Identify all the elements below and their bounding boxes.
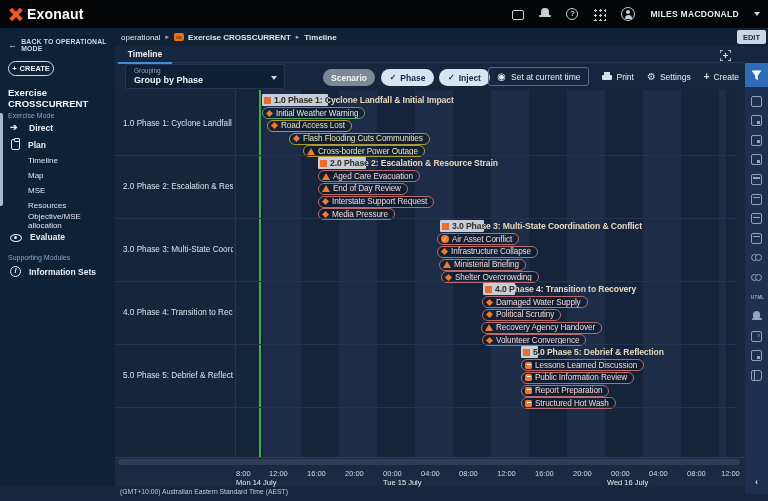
axis-tick-label: 00:00 (383, 469, 402, 478)
rail-collapse-button[interactable]: ‹ (745, 471, 768, 494)
settings-button[interactable]: ⚙ Settings (647, 72, 691, 82)
set-at-current-time-button[interactable]: ◉ Set at current time (488, 67, 589, 86)
print-button[interactable]: Print (602, 72, 633, 82)
rail-item-bell-icon[interactable] (751, 311, 762, 322)
info-icon: i (10, 266, 21, 277)
inject-pill[interactable]: Damaged Water Supply (482, 296, 588, 308)
inject-pill[interactable]: Aged Care Evacuation (318, 170, 420, 182)
axis-tick-label: 00:00 (611, 469, 630, 478)
filter-pill-inject[interactable]: ✓Inject (439, 69, 490, 86)
sidebar-item-direct[interactable]: Direct (0, 119, 115, 136)
axis-tick-label: 20:00 (345, 469, 364, 478)
filter-pill-scenario[interactable]: Scenario (323, 69, 375, 86)
rail-item-filter-active[interactable] (745, 63, 768, 87)
rail-item-tray-icon[interactable] (751, 233, 762, 244)
user-menu[interactable]: MILES MACDONALD (650, 9, 739, 19)
rail-item-card-icon[interactable] (751, 115, 762, 126)
inject-label: Public Information Review (535, 373, 627, 382)
sidebar-subitem-timeline[interactable]: Timeline (0, 153, 115, 168)
inject-pill[interactable]: End of Day Review (318, 183, 408, 195)
avatar[interactable] (621, 7, 635, 21)
tab-timeline[interactable]: Timeline (118, 46, 172, 63)
inject-pill[interactable]: Public Information Review (521, 372, 634, 384)
phase-bar[interactable]: 5.0 Phase 5: Debrief & Reflection (521, 346, 664, 358)
inject-pill[interactable]: Political Scrutiny (482, 309, 561, 321)
inject-diamond-icon (445, 274, 452, 281)
edit-button[interactable]: EDIT (737, 30, 766, 44)
phase-label-column: 1.0 Phase 1: Cyclone Landfall & Initia..… (115, 90, 236, 457)
grouping-dropdown[interactable]: Grouping Group by Phase (125, 64, 285, 89)
back-arrow-icon: ← (8, 40, 17, 50)
current-time-line (259, 90, 261, 486)
filter-pill-label: Scenario (331, 73, 367, 83)
rail-item-people-icon[interactable] (751, 252, 762, 263)
axis-tick-label: 12:00 (721, 469, 740, 478)
rail-item-tray-icon[interactable] (751, 194, 762, 205)
phase-bar[interactable]: 2.0 Phase 2: Escalation & Resource Strai… (318, 157, 498, 169)
phase-row-label: 5.0 Phase 5: Debrief & Reflection (123, 371, 233, 380)
rail-item-card-icon[interactable] (751, 135, 762, 146)
inject-pill[interactable]: Recovery Agency Handover (481, 322, 602, 334)
inject-label: Damaged Water Supply (496, 298, 581, 307)
horizontal-scrollbar[interactable] (118, 459, 740, 465)
rail-item-html-icon[interactable]: HTML (751, 292, 762, 303)
phase-title: 2.0 Phase 2: Escalation & Resource Strai… (330, 158, 498, 168)
bell-icon[interactable] (539, 8, 551, 20)
create-inject-button[interactable]: + Create (704, 71, 739, 82)
inject-pill[interactable]: Flash Flooding Cuts Communities (289, 133, 430, 145)
printer-icon (602, 72, 612, 81)
fullscreen-icon[interactable] (720, 50, 731, 61)
breadcrumb-page[interactable]: Timeline (304, 33, 336, 42)
rail-item-tray-icon[interactable] (751, 213, 762, 224)
timeline-toolbar: Grouping Group by Phase Scenario✓Phase✓I… (115, 63, 745, 90)
inject-pill[interactable]: Infrastructure Collapse (437, 246, 538, 258)
timezone-note: (GMT+10:00) Australian Eastern Standard … (120, 488, 288, 495)
rail-item-mail-icon[interactable] (751, 331, 762, 342)
inject-label: End of Day Review (333, 184, 401, 193)
comment-icon[interactable] (512, 10, 524, 20)
back-to-operational-mode[interactable]: ← BACK TO OPERATIONAL MODE (8, 38, 107, 52)
rail-item-card-icon[interactable] (751, 350, 762, 361)
sidebar-create-button[interactable]: + CREATE (8, 61, 54, 76)
exonaut-logo[interactable]: Exonaut (9, 6, 84, 22)
exonaut-logo-icon (9, 8, 22, 21)
phase-bar[interactable]: 3.0 Phase 3: Multi-State Coordination & … (440, 220, 642, 232)
inject-pill[interactable]: Road Access Lost (267, 120, 352, 132)
inject-triangle-icon (322, 173, 330, 180)
apps-grid-icon[interactable] (593, 8, 606, 21)
sidebar-item-evaluate[interactable]: Evaluate (0, 228, 115, 245)
inject-pill[interactable]: Interstate Support Request (318, 196, 434, 208)
sidebar-item-label: Information Sets (29, 267, 96, 277)
breadcrumb: operational ▸ Exercise CROSSCURRENT ▸ Ti… (115, 28, 768, 46)
phase-bar[interactable]: 1.0 Phase 1: Cyclone Landfall & Initial … (262, 94, 454, 106)
inject-pill[interactable]: Initial Weather Warning (262, 107, 365, 119)
filter-icon (751, 70, 762, 81)
inject-label: Road Access Lost (281, 121, 345, 130)
help-icon[interactable]: ? (566, 8, 578, 20)
sidebar-item-label: Direct (29, 123, 53, 133)
rail-item-book-icon[interactable] (751, 370, 762, 381)
rail-item-page-icon[interactable] (751, 96, 762, 107)
breadcrumb-exercise[interactable]: Exercise CROSSCURRENT (188, 33, 291, 42)
sidebar-subitem-objective-mse-allocation[interactable]: Objective/MSE allocation (0, 213, 115, 228)
inject-pill[interactable]: ✓Air Asset Conflict (437, 233, 519, 245)
phase-title: 3.0 Phase 3: Multi-State Coordination & … (452, 221, 642, 231)
inject-pill[interactable]: Report Preparation (521, 385, 609, 397)
rail-item-people-icon[interactable] (751, 272, 762, 283)
rail-item-tray-icon[interactable] (751, 174, 762, 185)
inject-diamond-icon (322, 198, 329, 205)
inject-diamond-icon (293, 135, 300, 142)
inject-pill[interactable]: Lessons Learned Discussion (521, 359, 644, 371)
sidebar-subitem-mse[interactable]: MSE (0, 183, 115, 198)
sidebar-subitem-map[interactable]: Map (0, 168, 115, 183)
filter-pill-phase[interactable]: ✓Phase (381, 69, 434, 86)
breadcrumb-root[interactable]: operational (121, 33, 161, 42)
sidebar-item-plan[interactable]: Plan (0, 136, 115, 153)
phase-bar[interactable]: 4.0 Phase 4: Transition to Recovery (483, 283, 636, 295)
chevron-down-icon[interactable] (754, 12, 760, 16)
inject-pill[interactable]: Ministerial Briefing (439, 259, 526, 271)
sidebar-item-information-sets[interactable]: iInformation Sets (0, 263, 115, 280)
inject-diamond-icon (271, 122, 278, 129)
rail-item-card-icon[interactable] (751, 154, 762, 165)
inject-triangle-icon (443, 261, 451, 268)
